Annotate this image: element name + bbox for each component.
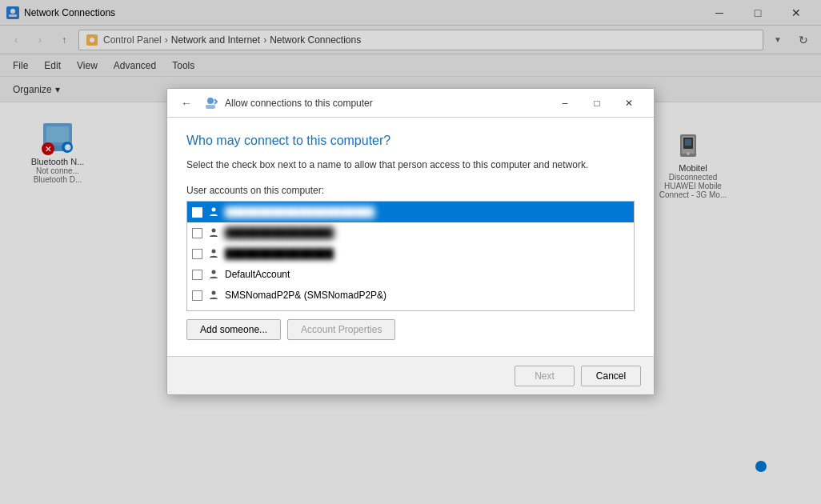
- dialog-minimize-button[interactable]: –: [550, 93, 580, 114]
- account-checkbox-4[interactable]: [192, 270, 202, 280]
- svg-point-22: [212, 250, 216, 254]
- account-name-3: ████████████████: [225, 248, 629, 259]
- dialog-actions: Add someone... Account Properties: [186, 311, 635, 340]
- accounts-list[interactable]: ██████████████████████ ████████████████: [186, 201, 635, 311]
- dialog-title: Allow connections to this computer: [225, 98, 543, 109]
- dialog-heading: Who may connect to this computer?: [186, 134, 635, 148]
- account-checkbox-2[interactable]: [192, 228, 202, 238]
- modal-overlay: ← Allow connections to this computer – □…: [0, 0, 821, 504]
- dialog-back-button[interactable]: ←: [177, 94, 196, 113]
- account-properties-button[interactable]: Account Properties: [287, 319, 395, 340]
- account-row-6[interactable]: WDAGUtilityAccount: [187, 306, 634, 311]
- next-button[interactable]: Next: [515, 366, 575, 386]
- dialog-bottom-bar: Next Cancel: [167, 356, 654, 394]
- account-checkbox-1[interactable]: [192, 207, 202, 218]
- account-row-2[interactable]: ████████████████: [187, 222, 634, 243]
- dialog-close-button[interactable]: ✕: [614, 93, 644, 114]
- add-someone-button[interactable]: Add someone...: [186, 319, 281, 340]
- dialog-titlebar: ← Allow connections to this computer – □…: [167, 89, 654, 118]
- account-row-5[interactable]: SMSNomadP2P& (SMSNomadP2P&): [187, 285, 634, 306]
- account-name-1: ██████████████████████: [225, 206, 629, 218]
- dialog: ← Allow connections to this computer – □…: [166, 88, 655, 395]
- svg-point-20: [212, 208, 216, 212]
- dialog-body: Who may connect to this computer? Select…: [167, 118, 654, 356]
- svg-point-23: [212, 270, 216, 274]
- user-icon-5: [207, 289, 220, 302]
- svg-point-24: [212, 291, 216, 295]
- account-row-4[interactable]: DefaultAccount: [187, 264, 634, 285]
- user-icon-3: [207, 247, 220, 260]
- svg-point-18: [207, 98, 214, 104]
- user-icon-4: [207, 268, 220, 281]
- account-row-3[interactable]: ████████████████: [187, 243, 634, 264]
- account-checkbox-5[interactable]: [192, 290, 202, 301]
- cancel-button[interactable]: Cancel: [581, 366, 641, 386]
- user-icon-1: [207, 206, 220, 218]
- svg-point-21: [212, 229, 216, 233]
- account-row-1[interactable]: ██████████████████████: [187, 202, 634, 222]
- dialog-window-controls: – □ ✕: [550, 93, 644, 114]
- dialog-icon: [202, 95, 218, 111]
- dialog-description: Select the check box next to a name to a…: [186, 158, 635, 172]
- svg-rect-19: [206, 105, 215, 109]
- user-accounts-label: User accounts on this computer:: [186, 185, 635, 196]
- account-name-2: ████████████████: [225, 227, 629, 238]
- dialog-maximize-button[interactable]: □: [582, 93, 612, 114]
- account-checkbox-3[interactable]: [192, 249, 202, 259]
- account-name-4: DefaultAccount: [225, 269, 629, 280]
- user-icon-2: [207, 226, 220, 239]
- account-name-5: SMSNomadP2P& (SMSNomadP2P&): [225, 290, 629, 301]
